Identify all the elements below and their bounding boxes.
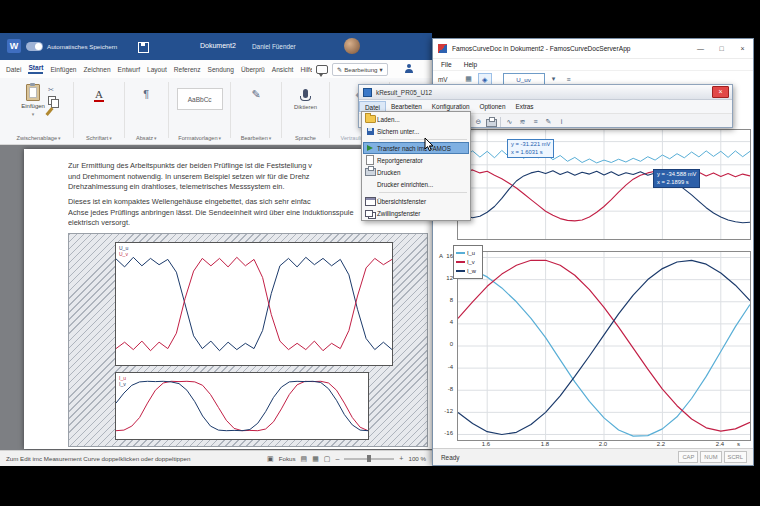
chevron-down-icon: ▾ bbox=[269, 135, 272, 141]
list-icon[interactable]: ≡ bbox=[530, 118, 541, 125]
web-layout-icon[interactable]: ▢ bbox=[324, 455, 331, 463]
zoom-value[interactable]: 100 % bbox=[408, 455, 426, 462]
focus-label[interactable]: Fokus bbox=[279, 455, 296, 462]
paste-button[interactable]: Einfügen ▾ bbox=[21, 82, 45, 117]
minimize-button[interactable]: — bbox=[690, 39, 711, 58]
measurement-tooltip: y = -34.588 mV x = 2.1899 s bbox=[653, 169, 700, 188]
menu-item-drucken[interactable]: Drucken bbox=[363, 166, 469, 178]
avatar[interactable] bbox=[344, 38, 360, 54]
styles-gallery[interactable]: AaBbCc bbox=[177, 88, 223, 110]
menu-item-uebersichtsfenster[interactable]: Übersichtsfenster bbox=[363, 195, 469, 207]
tab-einfuegen[interactable]: Einfügen bbox=[50, 66, 76, 73]
editing-mode-dropdown[interactable]: ✎ Bearbeitung ▾ bbox=[332, 63, 388, 76]
current-plot[interactable] bbox=[457, 251, 751, 441]
y-tick-label: 8 bbox=[433, 297, 453, 303]
chevron-down-icon[interactable]: ▾ bbox=[548, 75, 560, 83]
menu-help[interactable]: Help bbox=[459, 61, 483, 68]
embedded-measurement-chart[interactable]: U_u U_v I_u I_v bbox=[68, 233, 428, 447]
word-menu-bar: Datei Start Einfügen Zeichnen Entwurf La… bbox=[0, 60, 432, 79]
paragraph-group-label[interactable]: Absatz ▾ bbox=[127, 135, 167, 141]
tab-start[interactable]: Start bbox=[28, 64, 43, 74]
zoom-in-icon[interactable]: + bbox=[399, 455, 403, 462]
tab-zeichnen[interactable]: Zeichnen bbox=[83, 66, 110, 73]
word-app-icon[interactable]: W bbox=[7, 39, 21, 53]
save-icon bbox=[363, 128, 377, 135]
separator bbox=[124, 82, 125, 138]
tab-referenzen[interactable]: Referenz bbox=[174, 66, 201, 73]
legend-entry: I_u bbox=[456, 250, 480, 256]
menu-extras[interactable]: Extras bbox=[510, 101, 538, 112]
zoom-slider[interactable] bbox=[344, 458, 394, 460]
close-button[interactable]: × bbox=[732, 39, 753, 58]
menu-item-drucker-einrichten[interactable]: Drucker einrichten... bbox=[363, 178, 469, 190]
dictate-label[interactable]: Diktieren bbox=[294, 104, 317, 110]
info-icon[interactable]: i bbox=[556, 118, 567, 125]
tab-entwurf[interactable]: Entwurf bbox=[118, 66, 140, 73]
clipboard-group-label[interactable]: Zwischenablage ▾ bbox=[6, 135, 71, 141]
menu-file[interactable]: File bbox=[436, 61, 457, 68]
pen-icon[interactable]: ✎ bbox=[543, 118, 554, 126]
file-dropdown-menu: Laden... Sichern unter... Transfer nach … bbox=[361, 111, 471, 221]
voltage-plot[interactable] bbox=[457, 129, 751, 240]
styles-group-label[interactable]: Formatvorlagen ▾ bbox=[171, 135, 228, 141]
format-painter-button[interactable] bbox=[48, 107, 56, 116]
zoom-out-icon[interactable]: ⊖ bbox=[473, 118, 484, 126]
famos-titlebar: FamosCurveDoc in Dokument2 - FamosCurveD… bbox=[433, 39, 753, 59]
legend-label: I_w bbox=[467, 268, 476, 274]
y-tick-label: 12 bbox=[433, 275, 453, 281]
paste-label: Einfügen bbox=[21, 103, 45, 109]
clipboard-group: Einfügen ▾ ✂ Zwischenablage ▾ bbox=[6, 81, 71, 144]
close-button[interactable]: × bbox=[712, 86, 729, 98]
scroll-indicator: SCRL bbox=[724, 451, 747, 463]
tab-datei[interactable]: Datei bbox=[6, 66, 21, 73]
overview-window-icon bbox=[363, 197, 377, 206]
menu-item-transfer-famos[interactable]: Transfer nach imc FAMOS bbox=[363, 142, 469, 154]
curve-window-titlebar[interactable]: kResult_PR05_U12 × bbox=[359, 85, 732, 100]
zoom-out-icon[interactable]: – bbox=[335, 455, 339, 462]
tab-ueberpruefen[interactable]: Überprü bbox=[241, 66, 265, 73]
doc-chart-top-legend: U_u U_v bbox=[119, 245, 128, 257]
waves-icon[interactable]: ≋ bbox=[517, 118, 528, 126]
zoom-slider-handle[interactable] bbox=[367, 455, 371, 462]
maximize-button[interactable]: □ bbox=[711, 39, 732, 58]
legend-entry: I_w bbox=[456, 268, 480, 274]
y-tick-label: -12 bbox=[433, 408, 453, 414]
menu-item-sichern-unter[interactable]: Sichern unter... bbox=[363, 125, 469, 137]
menu-item-label: Reportgenerator bbox=[377, 157, 423, 164]
menu-item-zwillingsfenster[interactable]: Zwillingsfenster bbox=[363, 207, 469, 219]
focus-icon[interactable]: ▣ bbox=[267, 455, 274, 463]
comments-icon[interactable] bbox=[316, 65, 328, 74]
share-icon[interactable] bbox=[404, 64, 414, 74]
menu-item-reportgenerator[interactable]: Reportgenerator bbox=[363, 154, 469, 166]
grid-icon[interactable]: ▦ bbox=[463, 75, 475, 83]
tooltip-x-value: x = 2.1899 s bbox=[657, 179, 696, 187]
microphone-icon[interactable] bbox=[303, 89, 308, 98]
autosave-toggle[interactable] bbox=[26, 42, 43, 51]
cut-button[interactable]: ✂ bbox=[48, 85, 56, 94]
wave-icon[interactable]: ∿ bbox=[504, 118, 515, 126]
desktop: W Automatisches Speichern Dokument2 Dani… bbox=[0, 0, 760, 506]
print-layout-icon[interactable]: ▦ bbox=[312, 455, 319, 463]
tab-layout[interactable]: Layout bbox=[147, 66, 167, 73]
word-window-title: Dokument2 bbox=[200, 42, 236, 49]
menu-item-label: Laden... bbox=[377, 116, 400, 123]
legend-swatch bbox=[456, 252, 465, 254]
separator bbox=[500, 117, 501, 127]
tab-hilfe[interactable]: Hilfe bbox=[300, 66, 312, 73]
read-mode-icon[interactable]: ▤ bbox=[301, 455, 308, 463]
editing-group-label[interactable]: Bearbeiten ▾ bbox=[233, 135, 278, 141]
language-group-label: Sprache bbox=[284, 135, 327, 141]
menu-item-laden[interactable]: Laden... bbox=[363, 113, 469, 125]
font-group-label[interactable]: Schriftart ▾ bbox=[76, 135, 121, 141]
copy-button[interactable] bbox=[48, 96, 56, 105]
list-icon[interactable]: ≡ bbox=[563, 76, 575, 83]
legend-entry: U_v bbox=[119, 251, 128, 257]
printer-icon[interactable] bbox=[486, 119, 497, 127]
tab-sendungen[interactable]: Sendung bbox=[208, 66, 234, 73]
font-group: A Schriftart ▾ bbox=[76, 81, 121, 144]
menu-optionen[interactable]: Optionen bbox=[475, 101, 511, 112]
x-tick-label: 2.4 bbox=[711, 441, 729, 447]
save-icon[interactable] bbox=[138, 42, 149, 53]
y-tick-label: 4 bbox=[433, 319, 453, 325]
tab-ansicht[interactable]: Ansicht bbox=[272, 66, 294, 73]
